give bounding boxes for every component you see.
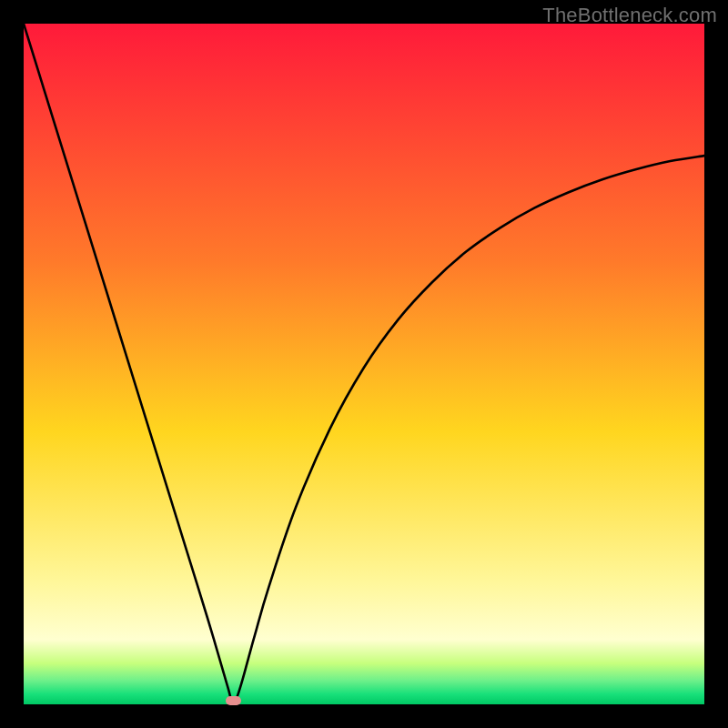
chart-frame xyxy=(24,24,704,704)
optimal-point-marker xyxy=(226,696,240,705)
chart-curve-svg xyxy=(24,24,704,704)
watermark-text: TheBottleneck.com xyxy=(542,4,717,27)
bottleneck-curve xyxy=(24,24,704,703)
